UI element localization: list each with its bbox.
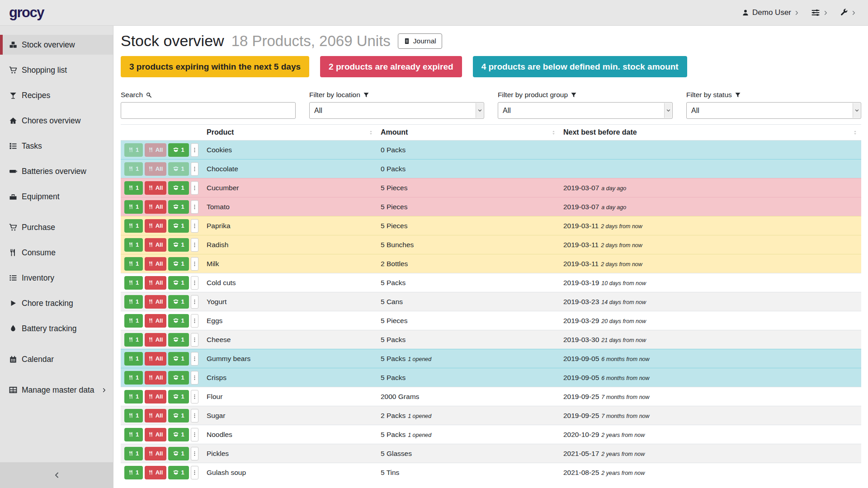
open-one-button[interactable]: 1 xyxy=(168,390,189,404)
consume-one-button[interactable]: 1 xyxy=(124,143,143,157)
consume-all-button[interactable]: All xyxy=(145,295,166,309)
open-one-button[interactable]: 1 xyxy=(168,181,189,195)
consume-all-button[interactable]: All xyxy=(145,466,166,479)
consume-one-button[interactable]: 1 xyxy=(124,428,143,441)
consume-one-button[interactable]: 1 xyxy=(124,238,143,252)
sort-icon[interactable] xyxy=(853,129,858,136)
row-more-menu-button[interactable] xyxy=(191,238,198,252)
open-one-button[interactable]: 1 xyxy=(168,447,189,460)
consume-one-button[interactable]: 1 xyxy=(124,200,143,214)
open-one-button[interactable]: 1 xyxy=(168,352,189,366)
consume-all-button[interactable]: All xyxy=(145,200,166,214)
consume-all-button[interactable]: All xyxy=(145,181,166,195)
open-one-button[interactable]: 1 xyxy=(168,219,189,233)
sidebar-item-manage-master-data[interactable]: Manage master data xyxy=(0,380,113,400)
sidebar-item-chore-tracking[interactable]: Chore tracking xyxy=(0,293,113,313)
sidebar-item-tasks[interactable]: Tasks xyxy=(0,136,113,156)
open-one-button[interactable]: 1 xyxy=(168,200,189,214)
consume-all-button[interactable]: All xyxy=(145,390,166,404)
consume-all-button[interactable]: All xyxy=(145,409,166,422)
consume-one-button[interactable]: 1 xyxy=(124,276,143,290)
open-one-button[interactable]: 1 xyxy=(168,238,189,252)
consume-all-button[interactable]: All xyxy=(145,447,166,460)
journal-button[interactable]: Journal xyxy=(398,33,442,49)
product-column-header[interactable]: Product xyxy=(203,125,377,141)
consume-all-button[interactable]: All xyxy=(145,428,166,441)
sidebar-item-recipes[interactable]: Recipes xyxy=(0,85,113,105)
open-one-button[interactable]: 1 xyxy=(168,428,189,441)
sort-icon[interactable] xyxy=(551,129,556,136)
row-more-menu-button[interactable] xyxy=(191,181,198,195)
status-badge[interactable]: 2 products are already expired xyxy=(320,56,462,77)
consume-one-button[interactable]: 1 xyxy=(124,257,143,271)
open-one-button[interactable]: 1 xyxy=(168,257,189,271)
row-more-menu-button[interactable] xyxy=(191,162,198,176)
location-select[interactable]: All xyxy=(309,102,484,119)
consume-one-button[interactable]: 1 xyxy=(124,162,143,176)
sidebar-item-chores-overview[interactable]: Chores overview xyxy=(0,111,113,131)
row-more-menu-button[interactable] xyxy=(191,200,198,214)
consume-one-button[interactable]: 1 xyxy=(124,333,143,347)
consume-all-button[interactable]: All xyxy=(145,314,166,328)
row-more-menu-button[interactable] xyxy=(191,447,198,460)
sidebar-item-inventory[interactable]: Inventory xyxy=(0,268,113,288)
consume-all-button[interactable]: All xyxy=(145,143,166,157)
consume-one-button[interactable]: 1 xyxy=(124,314,143,328)
sidebar-item-calendar[interactable]: Calendar xyxy=(0,349,113,369)
consume-all-button[interactable]: All xyxy=(145,276,166,290)
open-one-button[interactable]: 1 xyxy=(168,295,189,309)
row-more-menu-button[interactable] xyxy=(191,371,198,385)
settings-menu[interactable] xyxy=(811,8,828,17)
row-more-menu-button[interactable] xyxy=(191,390,198,404)
sidebar-collapse-button[interactable] xyxy=(0,462,113,488)
consume-all-button[interactable]: All xyxy=(145,238,166,252)
row-more-menu-button[interactable] xyxy=(191,466,198,479)
open-one-button[interactable]: 1 xyxy=(168,162,189,176)
consume-all-button[interactable]: All xyxy=(145,162,166,176)
consume-one-button[interactable]: 1 xyxy=(124,352,143,366)
row-more-menu-button[interactable] xyxy=(191,409,198,422)
row-more-menu-button[interactable] xyxy=(191,314,198,328)
consume-one-button[interactable]: 1 xyxy=(124,219,143,233)
search-input[interactable] xyxy=(121,102,296,119)
row-more-menu-button[interactable] xyxy=(191,219,198,233)
consume-one-button[interactable]: 1 xyxy=(124,371,143,385)
product-group-select[interactable]: All xyxy=(498,102,673,119)
status-badge[interactable]: 4 products are below defined min. stock … xyxy=(473,56,687,77)
sidebar-item-shopping-list[interactable]: Shopping list xyxy=(0,60,113,80)
best-before-column-header[interactable]: Next best before date xyxy=(560,125,861,141)
row-more-menu-button[interactable] xyxy=(191,143,198,157)
consume-all-button[interactable]: All xyxy=(145,333,166,347)
user-menu[interactable]: Demo User xyxy=(742,8,799,17)
consume-one-button[interactable]: 1 xyxy=(124,466,143,479)
sidebar-item-equipment[interactable]: Equipment xyxy=(0,187,113,206)
open-one-button[interactable]: 1 xyxy=(168,314,189,328)
consume-one-button[interactable]: 1 xyxy=(124,409,143,422)
row-more-menu-button[interactable] xyxy=(191,428,198,441)
consume-all-button[interactable]: All xyxy=(145,257,166,271)
row-more-menu-button[interactable] xyxy=(191,333,198,347)
sidebar-item-batteries-overview[interactable]: Batteries overview xyxy=(0,161,113,181)
sidebar-item-purchase[interactable]: Purchase xyxy=(0,217,113,237)
consume-one-button[interactable]: 1 xyxy=(124,295,143,309)
consume-all-button[interactable]: All xyxy=(145,371,166,385)
open-one-button[interactable]: 1 xyxy=(168,143,189,157)
open-one-button[interactable]: 1 xyxy=(168,466,189,479)
row-more-menu-button[interactable] xyxy=(191,352,198,366)
consume-one-button[interactable]: 1 xyxy=(124,181,143,195)
sort-icon[interactable] xyxy=(368,129,373,136)
open-one-button[interactable]: 1 xyxy=(168,333,189,347)
sidebar-item-stock-overview[interactable]: Stock overview xyxy=(0,35,113,55)
consume-all-button[interactable]: All xyxy=(145,219,166,233)
row-more-menu-button[interactable] xyxy=(191,257,198,271)
amount-column-header[interactable]: Amount xyxy=(377,125,560,141)
sidebar-item-consume[interactable]: Consume xyxy=(0,243,113,263)
open-one-button[interactable]: 1 xyxy=(168,409,189,422)
admin-menu[interactable] xyxy=(840,9,856,17)
sidebar-item-battery-tracking[interactable]: Battery tracking xyxy=(0,319,113,338)
consume-one-button[interactable]: 1 xyxy=(124,447,143,460)
row-more-menu-button[interactable] xyxy=(191,276,198,290)
open-one-button[interactable]: 1 xyxy=(168,371,189,385)
status-badge[interactable]: 3 products expiring within the next 5 da… xyxy=(121,56,309,77)
consume-one-button[interactable]: 1 xyxy=(124,390,143,404)
